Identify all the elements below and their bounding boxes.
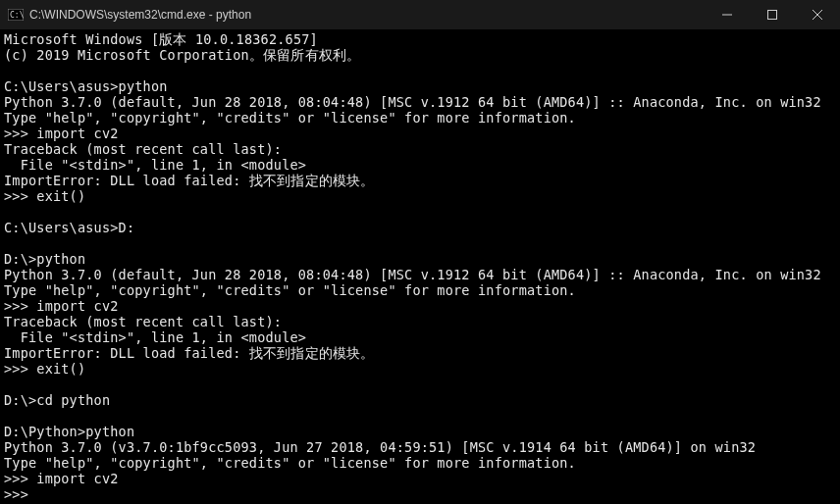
terminal-line: >>> import cv2 bbox=[4, 298, 119, 314]
terminal-line: ImportError: DLL load failed: 找不到指定的模块。 bbox=[4, 173, 375, 188]
terminal-line: Microsoft Windows [版本 10.0.18362.657] bbox=[4, 31, 318, 47]
terminal-line: >>> import cv2 bbox=[4, 126, 119, 141]
terminal-line: Traceback (most recent call last): bbox=[4, 314, 282, 329]
terminal-line: D:\>cd python bbox=[4, 392, 110, 408]
minimize-button[interactable] bbox=[705, 0, 750, 29]
terminal-line: Python 3.7.0 (v3.7.0:1bf9cc5093, Jun 27 … bbox=[4, 439, 756, 455]
terminal-output[interactable]: Microsoft Windows [版本 10.0.18362.657] (c… bbox=[0, 29, 840, 504]
terminal-line: Type "help", "copyright", "credits" or "… bbox=[4, 110, 576, 126]
terminal-line: Traceback (most recent call last): bbox=[4, 141, 282, 157]
window: C:\ C:\WINDOWS\system32\cmd.exe - python… bbox=[0, 0, 840, 504]
maximize-button[interactable] bbox=[750, 0, 795, 29]
terminal-line: Python 3.7.0 (default, Jun 28 2018, 08:0… bbox=[4, 94, 821, 110]
terminal-line: File "<stdin>", line 1, in <module> bbox=[4, 329, 306, 345]
terminal-line: Type "help", "copyright", "credits" or "… bbox=[4, 282, 576, 298]
terminal-line: File "<stdin>", line 1, in <module> bbox=[4, 157, 306, 173]
terminal-line: ImportError: DLL load failed: 找不到指定的模块。 bbox=[4, 345, 375, 361]
titlebar[interactable]: C:\ C:\WINDOWS\system32\cmd.exe - python bbox=[0, 0, 840, 29]
terminal-line: >>> exit() bbox=[4, 188, 85, 204]
terminal-line: Python 3.7.0 (default, Jun 28 2018, 08:0… bbox=[4, 267, 821, 282]
terminal-line: Type "help", "copyright", "credits" or "… bbox=[4, 455, 576, 471]
terminal-line: >>> import cv2 bbox=[4, 471, 119, 486]
window-title: C:\WINDOWS\system32\cmd.exe - python bbox=[29, 8, 705, 22]
terminal-line: (c) 2019 Microsoft Corporation。保留所有权利。 bbox=[4, 47, 360, 63]
terminal-line: D:\Python>python bbox=[4, 424, 134, 439]
terminal-line: >>> exit() bbox=[4, 361, 85, 377]
terminal-line: >>> bbox=[4, 486, 28, 502]
terminal-line: D:\>python bbox=[4, 251, 85, 267]
terminal-line: C:\Users\asus>D: bbox=[4, 220, 134, 235]
cmd-icon: C:\ bbox=[8, 7, 24, 23]
window-controls bbox=[705, 0, 840, 29]
svg-text:C:\: C:\ bbox=[10, 11, 24, 20]
svg-rect-3 bbox=[768, 11, 777, 20]
terminal-line: C:\Users\asus>python bbox=[4, 78, 168, 94]
close-button[interactable] bbox=[795, 0, 840, 29]
